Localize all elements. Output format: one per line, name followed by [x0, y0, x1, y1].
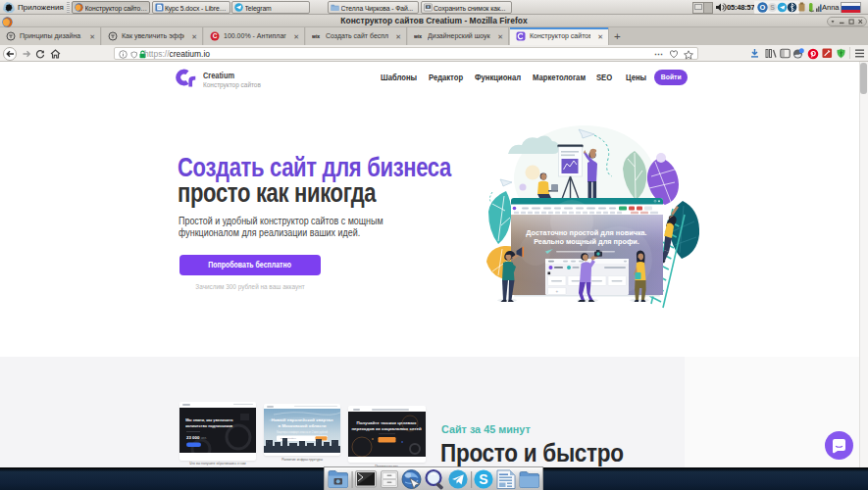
svg-text:+: + — [555, 289, 558, 294]
svg-text:O: O — [760, 3, 766, 12]
svg-text:количество подписчиков: количество подписчиков — [185, 423, 233, 428]
svg-text:Достаточно простой для новичка: Достаточно простой для новичка. — [526, 228, 646, 237]
svg-text:23 000: 23 000 — [186, 435, 200, 440]
svg-text:Получайте тысячи целевых: Получайте тысячи целевых — [357, 420, 418, 425]
svg-text:wix: wix — [414, 34, 422, 40]
svg-text:C: C — [213, 32, 218, 39]
svg-text:Новый европейский квартал: Новый европейский квартал — [271, 417, 332, 422]
svg-text:Развитие инфраструктуры: Развитие инфраструктуры — [281, 458, 323, 462]
svg-text:чел.: чел. — [201, 436, 207, 440]
svg-text:Что вы получите обратившись к: Что вы получите обратившись к нам — [189, 462, 246, 466]
svg-text:wix: wix — [312, 34, 320, 40]
svg-text:S: S — [770, 4, 775, 11]
svg-text:S: S — [479, 471, 487, 487]
svg-text:в Московской области: в Московской области — [278, 423, 326, 428]
svg-text:Мы знаем, как увеличить: Мы знаем, как увеличить — [185, 417, 233, 422]
svg-text:Реально мощный для профи.: Реально мощный для профи. — [534, 237, 639, 246]
svg-text:переходов из социальных сетей: переходов из социальных сетей — [351, 426, 422, 431]
svg-text:Квартиры комфорт-класса от 2 м: Квартиры комфорт-класса от 2 млн рублей — [277, 429, 329, 433]
